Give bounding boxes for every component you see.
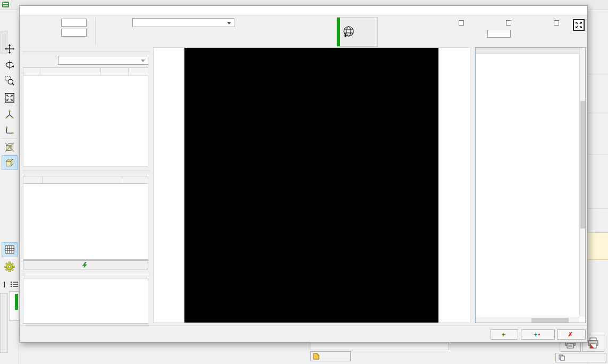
map-region-mint [184,266,302,323]
obtain-source-data-background-button[interactable] [10,291,19,321]
green-accent-bar [337,18,340,46]
obtain-source-data-button[interactable] [336,17,378,47]
header-divider [95,18,96,45]
point-group-combobox[interactable] [58,56,148,65]
points-table-header [23,68,148,75]
show-bolt-icon [82,262,88,268]
cube-hidden-icon [4,141,15,153]
red-dot-icon [538,334,540,335]
legend-entries [477,55,579,317]
panel-divider [588,74,608,74]
left-toolbar [0,18,19,364]
panel-divider [588,154,608,155]
source-data-tab[interactable] [0,293,8,353]
visibility-on-button[interactable] [2,155,18,170]
legend-header [476,48,585,54]
app-logo-icon [2,2,9,7]
axes-3d-button[interactable] [2,107,18,122]
load-from-file-button[interactable] [310,351,351,361]
plus-icon: + [534,331,537,338]
gear-icon [4,261,15,273]
dialog-header [20,15,587,47]
dialog-close-icon[interactable] [576,7,584,14]
fit-to-screen-button[interactable] [2,90,18,105]
points-of-interest-group [22,52,149,52]
add-close-button[interactable]: + [521,329,555,340]
zoom-window-icon [4,75,15,87]
toolbar-separator [2,89,18,89]
visibility-off-button[interactable] [2,140,18,155]
globe-download-icon [342,26,355,39]
cube-icon [4,157,15,168]
pan-tool-button[interactable] [2,41,18,56]
dialog-titlebar [20,6,587,15]
x-icon: ✗ [568,331,572,338]
list-icon [10,281,19,288]
maps-table-header [23,176,148,184]
rotate-tool-button[interactable] [2,57,18,72]
load-file-icon [313,353,319,360]
maps-group [22,171,149,171]
axes-2d-button[interactable] [2,123,18,138]
show-map-button[interactable] [23,260,148,269]
panel-divider [588,113,608,113]
point-coordinates-checkbox[interactable] [506,20,511,26]
status-divider [20,325,587,326]
chevron-down-icon [227,22,231,24]
copy-view-button[interactable] [555,353,606,362]
warning-box [585,232,608,260]
legend-vertical-scrollbar[interactable] [579,48,585,317]
background-text-field[interactable] [310,343,449,350]
expand-arrows-icon [574,20,584,30]
panel-divider [588,208,608,209]
scroll-thumb[interactable] [531,318,569,323]
point-size-input[interactable] [487,30,511,38]
axes-3d-icon [4,108,15,120]
grid-icon [4,244,15,256]
data-source-combobox[interactable] [132,18,234,27]
axes-2d-icon [4,124,15,136]
geology-map [184,48,438,323]
information-box [23,278,148,324]
collapse-handle[interactable] [4,282,5,287]
cancel-button[interactable]: ✗ [557,329,586,340]
chevron-down-icon [141,60,145,62]
information-group [22,275,149,275]
printer-preview-icon [587,337,599,349]
point-number-checkbox[interactable] [554,20,559,26]
right-panel [588,10,608,364]
plus-icon: + [501,331,505,338]
legend-panel [475,47,586,323]
maximize-view-button[interactable] [573,19,585,31]
legend-horizontal-scrollbar[interactable] [476,317,579,323]
zoom-window-button[interactable] [2,73,18,88]
map-view[interactable] [153,47,470,323]
list-view-button[interactable] [10,281,19,288]
settings-button[interactable] [2,259,18,274]
add-button[interactable]: + [491,329,518,340]
sy-input[interactable] [61,29,87,37]
sx-input[interactable] [61,19,87,27]
point-description-checkbox[interactable] [459,20,464,26]
fit-to-screen-icon [4,92,15,104]
toolbar-separator [2,106,18,106]
table-view-button[interactable] [2,242,18,257]
scroll-thumb[interactable] [580,101,585,228]
rotate-icon [4,59,15,71]
toolbar-separator [2,138,18,139]
screen: + + ✗ [0,0,608,364]
points-table[interactable] [23,67,148,166]
copy-icon [559,354,565,361]
green-accent-bar [15,294,18,310]
pan-icon [4,43,15,55]
obtain-source-data-dialog: + + ✗ [19,5,588,343]
maps-table[interactable] [23,176,148,260]
